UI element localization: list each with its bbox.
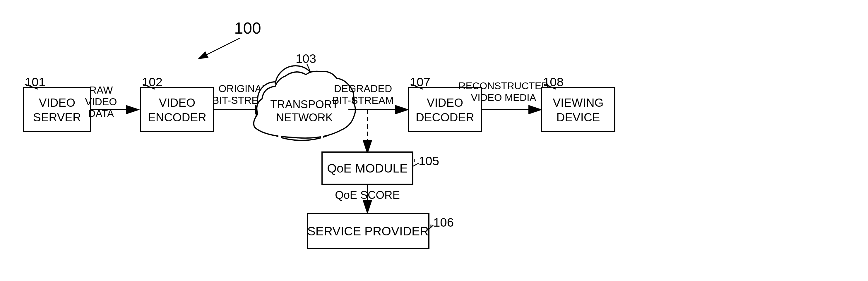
viewing-device-label1: VIEWING bbox=[553, 96, 603, 109]
viewing-device-num: 108 bbox=[543, 75, 563, 89]
transport-network-num: 103 bbox=[296, 52, 316, 66]
diagram-container: 100 VIDEO SERVER 101 RAW VIDEO DATA VIDE… bbox=[0, 0, 868, 281]
svg-line-2 bbox=[199, 38, 240, 59]
transport-network-label2: NETWORK bbox=[276, 111, 333, 124]
video-encoder-num: 102 bbox=[142, 75, 162, 89]
service-provider-label: SERVICE PROVIDER bbox=[307, 224, 429, 238]
recon-label1: RECONSTRUCTED bbox=[459, 80, 549, 91]
raw-video-label2: VIDEO bbox=[85, 96, 117, 107]
video-decoder-num: 107 bbox=[410, 75, 430, 89]
qoe-module-num: 105 bbox=[418, 154, 439, 168]
transport-network-label1: TRANSPORT bbox=[270, 98, 339, 110]
video-server-label: VIDEO bbox=[39, 96, 75, 109]
video-server-box bbox=[24, 88, 91, 132]
video-encoder-label1: VIDEO bbox=[159, 96, 195, 109]
raw-video-label1: RAW bbox=[89, 84, 113, 96]
video-server-label2: SERVER bbox=[33, 111, 81, 124]
video-decoder-label1: VIDEO bbox=[427, 96, 463, 109]
deg-bitstream-label2: BIT-STREAM bbox=[332, 95, 394, 106]
video-decoder-box bbox=[408, 88, 482, 132]
viewing-device-box bbox=[541, 88, 615, 132]
video-encoder-box bbox=[141, 88, 214, 132]
recon-label2: VIDEO MEDIA bbox=[471, 92, 536, 103]
deg-bitstream-label1: DEGRADED bbox=[334, 83, 392, 94]
viewing-device-label2: DEVICE bbox=[557, 111, 600, 124]
service-provider-num: 106 bbox=[433, 215, 454, 229]
video-encoder-label2: ENCODER bbox=[148, 111, 207, 124]
video-decoder-label2: DECODER bbox=[416, 111, 474, 124]
video-server-num: 101 bbox=[25, 75, 45, 89]
qoe-module-label: QoE MODULE bbox=[327, 162, 407, 175]
ref-number-100: 100 bbox=[234, 19, 261, 37]
